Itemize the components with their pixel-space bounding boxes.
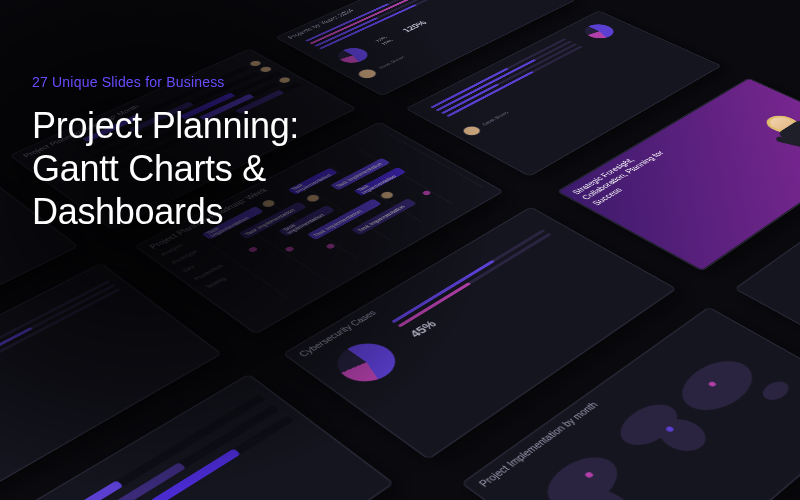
row-label: Production — [193, 258, 234, 281]
page-title: Project Planning: Gantt Charts & Dashboa… — [32, 104, 299, 234]
hero-text: 27 Unique Slides for Business Project Pl… — [32, 74, 299, 234]
row-label: Prototype — [171, 243, 212, 265]
svg-point-4 — [668, 352, 766, 420]
task-bar: Task Implementation — [351, 198, 417, 235]
svg-point-0 — [534, 448, 631, 500]
person-name: Sarah Brown — [481, 111, 510, 126]
pie-chart — [579, 22, 619, 42]
slide-strategic: Strategic Foresight, Collaboration, Plan… — [556, 78, 800, 272]
stat: 49% — [517, 0, 541, 2]
task-bar: Task Implementation — [330, 158, 391, 191]
stat: 120% — [400, 19, 429, 33]
slide-title: Projects by Years: 2024 — [276, 0, 480, 44]
slide-title: Strategic Foresight, Collaboration, Plan… — [558, 135, 691, 212]
title-line: Project Planning: — [32, 104, 299, 147]
person-name: Sarah Brown — [377, 55, 405, 69]
stat: 15% — [380, 39, 394, 46]
row-label: Testing — [205, 266, 246, 289]
svg-point-5 — [757, 378, 793, 403]
title-line: Gantt Charts & — [32, 147, 299, 190]
stat: 12% — [374, 36, 388, 43]
slide-mockup: Sarah Brown — [405, 10, 722, 176]
title-line: Dashboards — [32, 190, 299, 233]
pie-chart — [326, 336, 408, 390]
person-photo — [750, 106, 800, 172]
promo-stage: Project Planning Roadmap: Month Projects… — [0, 0, 800, 500]
row-label: Analysis — [159, 235, 200, 257]
task-bar: Task Implementation — [307, 199, 382, 241]
row-label: Dev — [182, 250, 223, 272]
task-bar: Task Implementation — [353, 167, 406, 196]
stat: 45% — [407, 238, 570, 339]
slide-projects-by-year: Projects by Years: 2024 280% 90% — [275, 0, 576, 96]
eyebrow: 27 Unique Slides for Business — [32, 74, 299, 90]
row-labels: Analysis Prototype Dev Production Testin… — [159, 235, 245, 289]
pie-chart — [332, 45, 373, 66]
